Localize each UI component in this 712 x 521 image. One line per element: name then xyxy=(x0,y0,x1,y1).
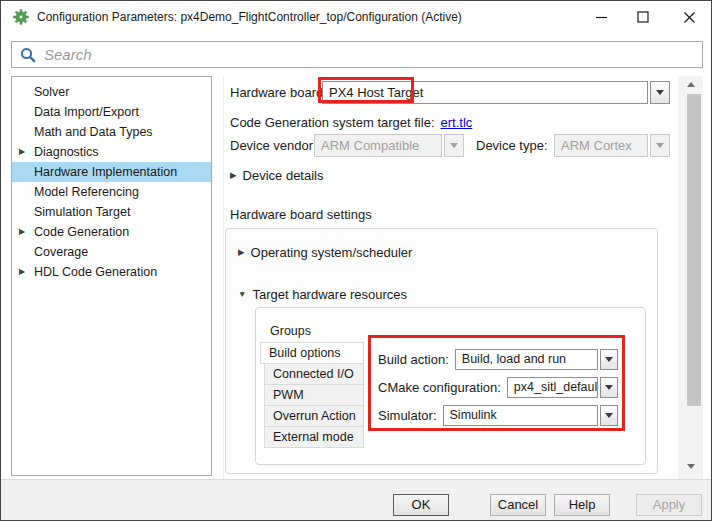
build-action-row: Build action:Build, load and run xyxy=(378,349,618,370)
build-action-label: Build action: xyxy=(378,352,449,367)
chevron-down-icon xyxy=(450,143,458,148)
cmake-configuration-row: CMake configuration:px4_sitl_default xyxy=(378,377,618,398)
device-vendor-value: ARM Compatible xyxy=(321,138,419,153)
device-vendor-select: ARM Compatible xyxy=(314,134,442,157)
groups-panel: Groups Build optionsConnected I/OPWMOver… xyxy=(255,307,646,465)
sidebar-item-hdl-code-generation[interactable]: ▶HDL Code Generation xyxy=(12,262,211,282)
chevron-down-icon xyxy=(656,143,664,148)
hardware-board-value: PX4 Host Target xyxy=(329,85,423,100)
operating-system-scheduler-label: Operating system/scheduler xyxy=(251,245,413,260)
configuration-parameters-dialog: Configuration Parameters: px4Demo_Flight… xyxy=(0,0,712,521)
system-target-file-label: Code Generation system target file: xyxy=(230,115,435,130)
group-tab-list: Build optionsConnected I/OPWMOverrun Act… xyxy=(264,342,364,448)
search-icon xyxy=(20,47,36,63)
hardware-board-settings-heading: Hardware board settings xyxy=(230,207,372,222)
groups-label: Groups xyxy=(270,324,311,338)
annotation-box-build-options: Build action:Build, load and runCMake co… xyxy=(368,335,625,431)
expand-arrow-icon[interactable]: ▶ xyxy=(19,262,31,282)
simulator-label: Simulator: xyxy=(378,408,437,423)
cmake-configuration-select[interactable]: px4_sitl_default xyxy=(507,377,598,398)
scroll-thumb[interactable] xyxy=(687,94,701,406)
window-title: Configuration Parameters: px4Demo_Flight… xyxy=(37,1,462,33)
device-type-select: ARM Cortex xyxy=(554,134,648,157)
sidebar-item-label: Model Referencing xyxy=(34,185,139,199)
sidebar-item-diagnostics[interactable]: ▶Diagnostics xyxy=(12,142,211,162)
sidebar-list: SolverData Import/ExportMath and Data Ty… xyxy=(11,76,212,476)
sidebar-item-label: Hardware Implementation xyxy=(34,165,177,179)
ok-button[interactable]: OK xyxy=(393,494,449,516)
chevron-down-icon xyxy=(605,357,613,362)
maximize-button[interactable] xyxy=(628,1,658,33)
sidebar-item-solver[interactable]: Solver xyxy=(12,82,211,102)
sidebar-item-coverage[interactable]: Coverage xyxy=(12,242,211,262)
hardware-board-dropdown-button[interactable] xyxy=(650,81,670,104)
sidebar-item-simulation-target[interactable]: Simulation Target xyxy=(12,202,211,222)
collapsed-arrow-icon: ▶ xyxy=(230,167,237,183)
hardware-board-settings-panel: ▶ Operating system/scheduler ▼ Target ha… xyxy=(225,228,658,474)
device-type-label: Device type: xyxy=(476,134,548,157)
sidebar-item-model-referencing[interactable]: Model Referencing xyxy=(12,182,211,202)
simulator-select[interactable]: Simulink xyxy=(443,405,598,426)
search-input[interactable] xyxy=(44,46,702,63)
triangle-down-icon xyxy=(687,464,695,469)
sidebar-item-label: Code Generation xyxy=(34,225,129,239)
search-bar xyxy=(11,41,703,68)
simulator-row: Simulator:Simulink xyxy=(378,405,618,426)
cancel-button[interactable]: Cancel xyxy=(490,494,546,516)
apply-button[interactable]: Apply xyxy=(636,494,702,516)
minimize-button[interactable] xyxy=(586,1,616,33)
sidebar-item-hardware-implementation[interactable]: Hardware Implementation xyxy=(12,162,211,182)
scrollbar[interactable] xyxy=(678,76,703,479)
build-action-dropdown-button[interactable] xyxy=(600,349,618,370)
cmake-configuration-label: CMake configuration: xyxy=(378,380,501,395)
gear-icon xyxy=(13,9,29,25)
group-tab-pwm[interactable]: PWM xyxy=(264,384,364,406)
sidebar-item-label: HDL Code Generation xyxy=(34,265,157,279)
collapsed-arrow-icon: ▶ xyxy=(238,244,245,260)
group-tab-build-options[interactable]: Build options xyxy=(260,342,364,364)
chevron-down-icon xyxy=(605,385,613,390)
expand-arrow-icon[interactable]: ▶ xyxy=(19,222,31,242)
sidebar-item-label: Math and Data Types xyxy=(34,125,153,139)
device-type-dropdown-button xyxy=(650,134,670,157)
simulator-dropdown-button[interactable] xyxy=(600,405,618,426)
expanded-arrow-icon: ▼ xyxy=(238,286,246,302)
hardware-board-select[interactable]: PX4 Host Target xyxy=(322,81,648,104)
device-vendor-label: Device vendor: xyxy=(230,134,317,157)
target-hardware-resources-label: Target hardware resources xyxy=(252,287,407,302)
ert-tlc-link[interactable]: ert.tlc xyxy=(441,115,473,130)
expand-arrow-icon[interactable]: ▶ xyxy=(19,142,31,162)
device-details-expander[interactable]: ▶ Device details xyxy=(230,167,323,183)
sidebar-item-label: Data Import/Export xyxy=(34,105,139,119)
target-hardware-resources-expander[interactable]: ▼ Target hardware resources xyxy=(238,286,407,302)
device-type-value: ARM Cortex xyxy=(561,138,632,153)
content-pane: Hardware board: PX4 Host Target Code Gen… xyxy=(223,76,678,479)
group-tab-connected-i-o[interactable]: Connected I/O xyxy=(264,363,364,385)
operating-system-scheduler-expander[interactable]: ▶ Operating system/scheduler xyxy=(238,244,412,260)
sidebar-item-data-import-export[interactable]: Data Import/Export xyxy=(12,102,211,122)
group-tab-external-mode[interactable]: External mode xyxy=(264,426,364,448)
footer-bar: OKCancelHelpApply xyxy=(1,480,712,521)
build-action-select[interactable]: Build, load and run xyxy=(455,349,598,370)
triangle-up-icon xyxy=(687,82,695,87)
device-vendor-dropdown-button xyxy=(444,134,464,157)
chevron-down-icon xyxy=(605,413,613,418)
cmake-configuration-dropdown-button[interactable] xyxy=(600,377,618,398)
scroll-down-button[interactable] xyxy=(678,464,703,469)
sidebar-item-label: Solver xyxy=(34,85,69,99)
chevron-down-icon xyxy=(656,90,664,95)
close-button[interactable] xyxy=(674,1,704,33)
sidebar-item-label: Simulation Target xyxy=(34,205,130,219)
sidebar-item-label: Diagnostics xyxy=(34,145,99,159)
sidebar-item-label: Coverage xyxy=(34,245,88,259)
sidebar-item-code-generation[interactable]: ▶Code Generation xyxy=(12,222,211,242)
group-tab-overrun-action[interactable]: Overrun Action xyxy=(264,405,364,427)
device-details-label: Device details xyxy=(243,168,324,183)
hardware-board-label: Hardware board: xyxy=(230,81,327,104)
title-bar: Configuration Parameters: px4Demo_Flight… xyxy=(1,1,711,33)
help-button[interactable]: Help xyxy=(554,494,610,516)
scroll-up-button[interactable] xyxy=(678,82,703,87)
sidebar-item-math-and-data-types[interactable]: Math and Data Types xyxy=(12,122,211,142)
